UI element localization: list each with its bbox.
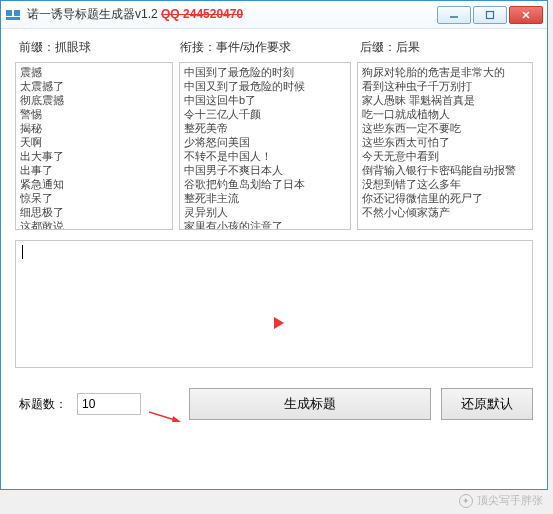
- titlebar: 诺一诱导标题生成器v1.2 QQ 244520470: [1, 1, 547, 29]
- window-title: 诺一诱导标题生成器v1.2: [27, 7, 158, 21]
- count-input[interactable]: [77, 393, 141, 415]
- list-item[interactable]: 灵异别人: [184, 205, 346, 219]
- svg-rect-1: [14, 10, 20, 16]
- svg-rect-0: [6, 10, 12, 16]
- list-item[interactable]: 谷歌把钓鱼岛划给了日本: [184, 177, 346, 191]
- list-item[interactable]: 天啊: [20, 135, 168, 149]
- list-item[interactable]: 家人愚昧 罪魁祸首真是: [362, 93, 528, 107]
- suffix-label: 后缀：后果: [360, 39, 533, 56]
- list-item[interactable]: 中国又到了最危险的时候: [184, 79, 346, 93]
- list-item[interactable]: 细思极了: [20, 205, 168, 219]
- list-item[interactable]: 不然小心倾家荡产: [362, 205, 528, 219]
- text-caret: [22, 245, 23, 259]
- list-item[interactable]: 彻底震撼: [20, 93, 168, 107]
- list-item[interactable]: 不转不是中国人！: [184, 149, 346, 163]
- list-item[interactable]: 中国男子不爽日本人: [184, 163, 346, 177]
- watermark: ✦ 顶尖写手胖张: [459, 493, 543, 508]
- list-item[interactable]: 令十三亿人千颜: [184, 107, 346, 121]
- prefix-label: 前缀：抓眼球: [15, 39, 180, 56]
- list-item[interactable]: 整死美帝: [184, 121, 346, 135]
- generate-button[interactable]: 生成标题: [189, 388, 431, 420]
- list-item[interactable]: 吃一口就成植物人: [362, 107, 528, 121]
- list-item[interactable]: 中国这回牛b了: [184, 93, 346, 107]
- bridge-label: 衔接：事件/动作要求: [180, 39, 360, 56]
- list-item[interactable]: 惊呆了: [20, 191, 168, 205]
- svg-line-7: [149, 412, 175, 420]
- bridge-listbox[interactable]: 中国到了最危险的时刻中国又到了最危险的时候中国这回牛b了令十三亿人千颜整死美帝少…: [179, 62, 351, 230]
- list-item[interactable]: 今天无意中看到: [362, 149, 528, 163]
- qq-number: QQ 244520470: [161, 7, 243, 21]
- minimize-button[interactable]: [437, 6, 471, 24]
- list-item[interactable]: 出事了: [20, 163, 168, 177]
- list-item[interactable]: 震撼: [20, 65, 168, 79]
- list-item[interactable]: 没想到错了这么多年: [362, 177, 528, 191]
- list-item[interactable]: 狗尿对轮胎的危害是非常大的: [362, 65, 528, 79]
- restore-button[interactable]: 还原默认: [441, 388, 533, 420]
- list-item[interactable]: 揭秘: [20, 121, 168, 135]
- suffix-listbox[interactable]: 狗尿对轮胎的危害是非常大的看到这种虫子千万别打家人愚昧 罪魁祸首真是吃一口就成植…: [357, 62, 533, 230]
- svg-rect-2: [6, 17, 20, 20]
- maximize-button[interactable]: [473, 6, 507, 24]
- list-item[interactable]: 出大事了: [20, 149, 168, 163]
- close-button[interactable]: [509, 6, 543, 24]
- output-textarea[interactable]: [15, 240, 533, 368]
- play-marker-icon: [274, 317, 284, 329]
- list-item[interactable]: 少将怒问美国: [184, 135, 346, 149]
- list-item[interactable]: 这些东西太可怕了: [362, 135, 528, 149]
- app-icon: [5, 7, 21, 23]
- list-item[interactable]: 这些东西一定不要吃: [362, 121, 528, 135]
- list-item[interactable]: 太震撼了: [20, 79, 168, 93]
- list-item[interactable]: 家里有小孩的注意了: [184, 219, 346, 230]
- red-arrow-annotation: [149, 408, 181, 424]
- list-item[interactable]: 这都敢说: [20, 219, 168, 230]
- list-item[interactable]: 整死非主流: [184, 191, 346, 205]
- svg-marker-8: [172, 416, 181, 422]
- list-item[interactable]: 倒背输入银行卡密码能自动报警: [362, 163, 528, 177]
- list-item[interactable]: 紧急通知: [20, 177, 168, 191]
- list-item[interactable]: 中国到了最危险的时刻: [184, 65, 346, 79]
- list-item[interactable]: 你还记得微信里的死尸了: [362, 191, 528, 205]
- list-item[interactable]: 警惕: [20, 107, 168, 121]
- wechat-icon: ✦: [459, 494, 473, 508]
- list-item[interactable]: 看到这种虫子千万别打: [362, 79, 528, 93]
- count-label: 标题数：: [19, 396, 67, 413]
- prefix-listbox[interactable]: 震撼太震撼了彻底震撼警惕揭秘天啊出大事了出事了紧急通知惊呆了细思极了这都敢说哪个…: [15, 62, 173, 230]
- svg-rect-4: [487, 11, 494, 18]
